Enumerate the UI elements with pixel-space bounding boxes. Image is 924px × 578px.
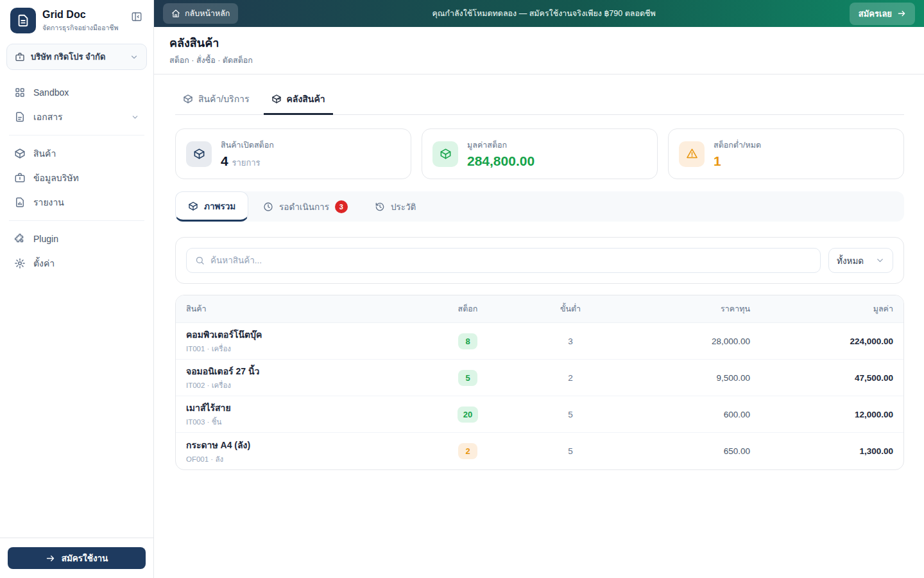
back-home-label: กลับหน้าหลัก: [185, 7, 230, 20]
search-box[interactable]: [186, 248, 821, 273]
tab-products-services[interactable]: สินค้า/บริการ: [175, 86, 257, 115]
search-input[interactable]: [210, 256, 812, 265]
brand-text: Grid Doc จัดการธุรกิจอย่างมืออาชีพ: [42, 6, 121, 33]
stock-cell: 2: [429, 443, 506, 459]
product-cell: กระดาษ A4 (ลัง) OF001 · ลัง: [186, 438, 429, 465]
tab-label: คลังสินค้า: [287, 92, 325, 106]
subtab-overview[interactable]: ภาพรวม: [175, 191, 248, 222]
chevron-down-icon: [131, 113, 139, 121]
sidebar-collapse-button[interactable]: [128, 8, 146, 26]
home-icon: [171, 9, 180, 18]
product-cell: จอมอนิเตอร์ 27 นิ้ว IT002 · เครื่อง: [186, 364, 429, 391]
briefcase-icon: [15, 52, 25, 62]
stat-label: สินค้าเปิดสต็อก: [221, 139, 274, 152]
subtab-label: รอดำเนินการ: [279, 200, 329, 214]
cost-cell: 9,500.00: [635, 373, 750, 383]
column-header-stock: สต็อก: [429, 302, 506, 315]
page-header: คลังสินค้า สต็อก · สั่งซื้อ · ตัดสต็อก: [154, 27, 924, 74]
stat-value: 4 รายการ: [221, 153, 274, 169]
cost-cell: 650.00: [635, 446, 750, 456]
signup-button[interactable]: สมัครใช้งาน: [8, 547, 146, 569]
category-filter-select[interactable]: ทั้งหมด: [828, 248, 893, 273]
sidebar-item-sandbox[interactable]: Sandbox: [8, 80, 146, 105]
sidebar-item-settings[interactable]: ตั้งค่า: [8, 251, 146, 276]
sidebar-item-documents[interactable]: เอกสาร: [8, 105, 146, 129]
sidebar-item-label: ข้อมูลบริษัท: [33, 171, 139, 185]
stat-body: สต็อกต่ำ/หมด 1: [714, 139, 761, 169]
arrow-right-icon: [897, 9, 906, 18]
product-name: เมาส์ไร้สาย: [186, 401, 429, 415]
chevron-down-icon: [875, 256, 885, 265]
sidebar-item-plugin[interactable]: Plugin: [8, 227, 146, 251]
subtab-history[interactable]: ประวัติ: [363, 191, 428, 222]
sidebar-item-label: เอกสาร: [33, 110, 123, 124]
app-logo: [10, 8, 36, 33]
trial-banner: กลับหน้าหลัก คุณกำลังใช้โหมดทดลอง — สมัค…: [154, 0, 924, 27]
inventory-table: สินค้า สต็อก ขั้นต่ำ ราคาทุน มูลค่า คอมพ…: [175, 295, 904, 470]
stat-card-open-stock: สินค้าเปิดสต็อก 4 รายการ: [175, 128, 411, 179]
signup-now-button[interactable]: สมัครเลย: [850, 3, 915, 25]
tab-inventory[interactable]: คลังสินค้า: [264, 86, 333, 115]
sidebar-item-label: รายงาน: [33, 195, 139, 209]
cost-cell: 28,000.00: [635, 337, 750, 346]
tab-label: สินค้า/บริการ: [198, 92, 250, 106]
sidebar-footer: สมัครใช้งาน: [0, 538, 153, 578]
sidebar-nav: Sandbox เอกสาร สินค้า ข้อมูลบริษัท: [0, 74, 153, 276]
sidebar-item-reports[interactable]: รายงาน: [8, 190, 146, 215]
product-sku: IT003 · ชิ้น: [186, 416, 429, 428]
trial-message: คุณกำลังใช้โหมดทดลอง — สมัครใช้งานจริงเพ…: [246, 7, 841, 20]
subtab-pending[interactable]: รอดำเนินการ 3: [251, 191, 360, 222]
page-content: สินค้า/บริการ คลังสินค้า สินค้าเปิดสต็อก…: [154, 74, 924, 578]
table-row[interactable]: กระดาษ A4 (ลัง) OF001 · ลัง 2 5 650.00 1…: [176, 433, 903, 469]
main-tabs: สินค้า/บริการ คลังสินค้า: [175, 86, 904, 115]
package-icon: [183, 94, 193, 104]
page-subtitle: สต็อก · สั่งซื้อ · ตัดสต็อก: [169, 54, 909, 67]
package-check-icon: [271, 94, 282, 104]
signup-button-label: สมัครใช้งาน: [62, 551, 108, 565]
table-header: สินค้า สต็อก ขั้นต่ำ ราคาทุน มูลค่า: [176, 295, 903, 323]
sidebar-item-products[interactable]: สินค้า: [8, 141, 146, 166]
product-name: จอมอนิเตอร์ 27 นิ้ว: [186, 364, 429, 378]
min-cell: 2: [506, 373, 635, 383]
brand: Grid Doc จัดการธุรกิจอย่างมืออาชีพ: [0, 0, 153, 39]
product-cell: คอมพิวเตอร์โน๊ตบุ๊ค IT001 · เครื่อง: [186, 328, 429, 355]
sidebar-item-label: Sandbox: [33, 87, 139, 98]
stat-label: มูลค่าสต็อก: [467, 139, 535, 152]
file-icon: [14, 111, 26, 123]
product-cell: เมาส์ไร้สาย IT003 · ชิ้น: [186, 401, 429, 428]
value-cell: 47,500.00: [750, 373, 893, 383]
main-area: กลับหน้าหลัก คุณกำลังใช้โหมดทดลอง — สมัค…: [154, 0, 924, 578]
sidebar-item-label: Plugin: [33, 234, 139, 244]
divider: [9, 135, 144, 136]
column-header-min: ขั้นต่ำ: [506, 302, 635, 315]
company-name: บริษัท กริดโปร จำกัด: [31, 50, 124, 64]
sidebar-item-label: ตั้งค่า: [33, 256, 139, 270]
value-cell: 12,000.00: [750, 410, 893, 419]
min-cell: 5: [506, 410, 635, 419]
stat-card-low-stock: สต็อกต่ำ/หมด 1: [668, 128, 904, 179]
inventory-subtabs: ภาพรวม รอดำเนินการ 3 ประวัติ: [175, 191, 904, 222]
value-cell: 224,000.00: [750, 337, 893, 346]
table-row[interactable]: คอมพิวเตอร์โน๊ตบุ๊ค IT001 · เครื่อง 8 3 …: [176, 323, 903, 360]
warning-triangle-icon: [679, 141, 705, 167]
sidebar-item-company-info[interactable]: ข้อมูลบริษัท: [8, 166, 146, 190]
min-cell: 3: [506, 337, 635, 346]
stock-badge: 5: [458, 370, 477, 386]
product-sku: IT001 · เครื่อง: [186, 343, 429, 355]
table-row[interactable]: เมาส์ไร้สาย IT003 · ชิ้น 20 5 600.00 12,…: [176, 396, 903, 433]
filter-selected-value: ทั้งหมด: [837, 254, 864, 268]
column-header-cost: ราคาทุน: [635, 302, 750, 315]
grid-icon: [14, 87, 26, 98]
product-sku: IT002 · เครื่อง: [186, 380, 429, 391]
sidebar-item-label: สินค้า: [33, 146, 139, 161]
signup-now-label: สมัครเลย: [859, 7, 892, 21]
back-home-button[interactable]: กลับหน้าหลัก: [163, 3, 238, 24]
table-row[interactable]: จอมอนิเตอร์ 27 นิ้ว IT002 · เครื่อง 5 2 …: [176, 360, 903, 396]
stock-cell: 8: [429, 333, 506, 349]
package-icon: [432, 141, 458, 167]
company-selector[interactable]: บริษัท กริดโปร จำกัด: [6, 44, 147, 70]
package-icon: [186, 141, 212, 167]
stat-value: 1: [714, 153, 761, 169]
product-sku: OF001 · ลัง: [186, 453, 429, 465]
stock-badge: 20: [458, 407, 478, 423]
